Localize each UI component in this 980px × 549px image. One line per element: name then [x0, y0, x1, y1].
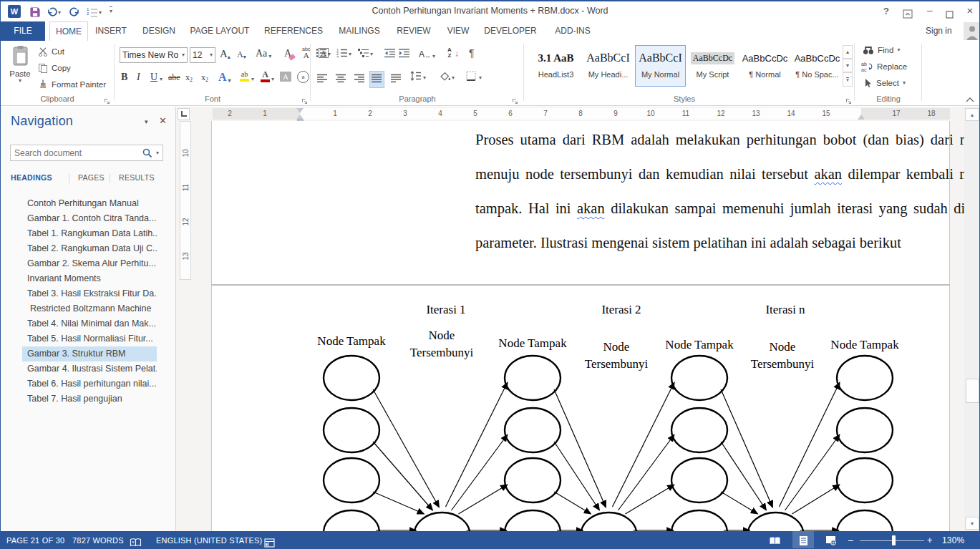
search-icon[interactable]: [142, 147, 156, 159]
line-spacing-dropdown[interactable]: ▾: [423, 75, 426, 81]
style-item-my-headi-[interactable]: AaBbCcIMy Headi...: [583, 45, 634, 87]
page-boundary[interactable]: [211, 284, 950, 286]
word-count[interactable]: 7827 WORDS: [72, 531, 124, 549]
decrease-indent-button[interactable]: [384, 48, 396, 61]
font-color-button[interactable]: A: [261, 70, 270, 82]
italic-button[interactable]: I: [137, 72, 140, 83]
tab-developer[interactable]: DEVELOPER: [479, 21, 542, 41]
align-center-button[interactable]: [334, 72, 348, 87]
language-indicator[interactable]: ENGLISH (UNITED STATES): [156, 531, 262, 549]
search-input[interactable]: [11, 148, 142, 158]
font-family-combo[interactable]: Times New Ro▾: [120, 47, 188, 63]
close-button[interactable]: ×: [963, 4, 977, 16]
tab-page-layout[interactable]: PAGE LAYOUT: [184, 21, 256, 41]
paragraph-line[interactable]: menuju node tersembunyi dan kemudian nil…: [475, 166, 980, 188]
phonetic-guide-button[interactable]: abcA: [302, 47, 310, 59]
maximize-button[interactable]: [943, 7, 956, 21]
tab-insert[interactable]: INSERT: [91, 21, 131, 41]
bold-button[interactable]: B: [121, 72, 127, 83]
nav-heading-item[interactable]: Gambar 1. Contoh Citra Tanda...: [22, 211, 157, 226]
nav-tab-pages[interactable]: PAGES: [78, 173, 105, 182]
horizontal-ruler[interactable]: 211234567891011121314151718: [213, 108, 950, 120]
change-case-button[interactable]: Aa▾: [256, 48, 271, 59]
paragraph-dialog-launcher[interactable]: [512, 94, 519, 102]
styles-scroll-down-button[interactable]: ▾: [843, 59, 853, 72]
show-hide-pilcrow-button[interactable]: ¶: [469, 47, 475, 59]
clipboard-dialog-launcher[interactable]: [104, 94, 111, 102]
align-left-button[interactable]: [316, 72, 329, 87]
cut-button[interactable]: Cut: [38, 47, 64, 57]
shading-dropdown[interactable]: ▾: [452, 75, 455, 81]
superscript-button[interactable]: x2: [201, 72, 208, 83]
navigation-options-dropdown[interactable]: ▾: [145, 118, 148, 125]
minimize-button[interactable]: –: [923, 4, 937, 16]
nav-heading-item[interactable]: Tabel 7. Hasil pengujian: [22, 392, 157, 407]
subscript-button[interactable]: x2: [185, 72, 193, 83]
proofing-errors-icon[interactable]: [130, 535, 142, 549]
search-dropdown[interactable]: ▾: [156, 150, 162, 156]
shading-button[interactable]: [439, 71, 450, 84]
scroll-up-button[interactable]: ▴: [965, 108, 979, 121]
highlight-color-button[interactable]: ab: [240, 71, 249, 82]
tab-selector[interactable]: [178, 108, 190, 120]
asian-layout-button[interactable]: A↔▾: [419, 49, 435, 59]
nav-heading-item[interactable]: Tabel 3. Hasil Ekstraksi Fitur Da...: [22, 286, 157, 301]
page-indicator[interactable]: PAGE 21 OF 30: [6, 531, 64, 549]
format-painter-button[interactable]: Format Painter: [38, 79, 106, 89]
distribute-button[interactable]: [389, 72, 403, 87]
underline-dropdown[interactable]: ▾: [160, 77, 162, 82]
numbering-button[interactable]: 123: [336, 48, 348, 61]
nav-heading-item[interactable]: Gambar 3. Struktur RBM: [22, 346, 157, 361]
right-indent-marker[interactable]: [858, 115, 865, 120]
hanging-indent-marker[interactable]: [296, 115, 304, 120]
copy-button[interactable]: Copy: [38, 63, 71, 73]
tab-add-ins[interactable]: ADD-INS: [545, 21, 601, 41]
tab-home[interactable]: HOME: [49, 21, 88, 41]
navigation-close-icon[interactable]: ✕: [159, 115, 167, 126]
font-dialog-launcher[interactable]: [301, 94, 309, 102]
increase-indent-button[interactable]: [399, 48, 410, 61]
print-layout-button[interactable]: [792, 531, 814, 549]
style-item--no-spac-[interactable]: AaBbCcDc¶ No Spac...: [792, 45, 843, 87]
line-spacing-button[interactable]: [410, 71, 422, 84]
nav-heading-item[interactable]: Tabel 1. Rangkuman Data Latih...: [22, 226, 157, 241]
paste-button[interactable]: Paste ▾: [6, 44, 34, 95]
nav-heading-item[interactable]: Tabel 6. Hasil perhitungan nilai...: [22, 376, 157, 392]
multilevel-list-dropdown[interactable]: ▾: [370, 52, 373, 57]
nav-tab-results[interactable]: RESULTS: [119, 173, 155, 182]
strikethrough-button[interactable]: abe: [168, 72, 180, 83]
macro-recording-icon[interactable]: [264, 535, 275, 549]
highlight-dropdown[interactable]: ▾: [251, 77, 254, 82]
bullets-button[interactable]: [316, 48, 327, 61]
zoom-slider-thumb[interactable]: [892, 535, 896, 545]
shrink-font-button[interactable]: A▾: [237, 49, 246, 60]
tab-references[interactable]: REFERENCES: [258, 21, 329, 41]
help-button[interactable]: ?: [880, 6, 893, 16]
paragraph-line[interactable]: parameter. Ilustrasi mengenai sistem pel…: [475, 235, 980, 256]
style-item-my-normal[interactable]: AaBbCcIMy Normal: [635, 45, 686, 87]
multilevel-list-button[interactable]: [358, 48, 369, 61]
paragraph-line[interactable]: Proses utama dari RBM adalah melakukan p…: [475, 132, 980, 153]
style-item-my-script[interactable]: AaBbCcDcMy Script: [687, 45, 738, 87]
font-size-combo[interactable]: 12▾: [190, 47, 215, 63]
replace-button[interactable]: abac Replace: [861, 62, 907, 72]
styles-scroll-up-button[interactable]: ▴: [843, 45, 853, 59]
tab-view[interactable]: VIEW: [440, 21, 476, 41]
nav-heading-item[interactable]: Tabel 4. Nilai Minimal dan Mak...: [22, 316, 157, 331]
text-effects-button[interactable]: A▾: [218, 71, 231, 84]
scroll-down-button[interactable]: ▾: [965, 517, 979, 530]
zoom-out-button[interactable]: −: [848, 531, 853, 549]
nav-heading-item[interactable]: Restricted Boltzmann Machine: [22, 301, 157, 316]
avatar[interactable]: [964, 22, 980, 40]
style-item-headlist3[interactable]: 3.1 AaBHeadList3: [530, 45, 581, 87]
grow-font-button[interactable]: A▴: [220, 48, 231, 60]
zoom-in-button[interactable]: +: [927, 531, 933, 549]
clear-formatting-button[interactable]: A: [284, 48, 295, 59]
borders-button[interactable]: [466, 71, 477, 84]
paste-dropdown[interactable]: ▾: [6, 78, 34, 84]
scrollbar-thumb[interactable]: [966, 379, 979, 403]
web-layout-button[interactable]: [820, 531, 841, 549]
enclose-characters-button[interactable]: a: [297, 71, 309, 83]
font-color-dropdown[interactable]: ▾: [271, 77, 274, 82]
numbering-dropdown[interactable]: ▾: [349, 52, 351, 57]
